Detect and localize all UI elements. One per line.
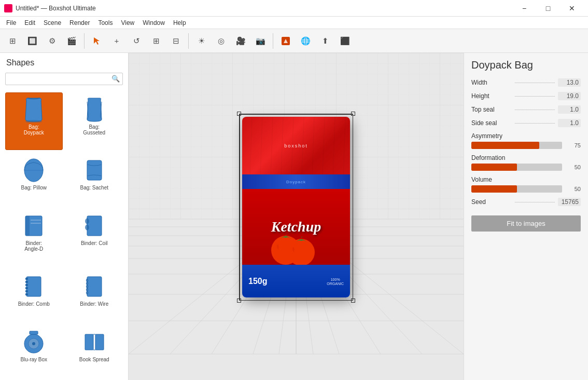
shape-icon-bag-gusseted: [81, 96, 108, 123]
shape-label-book-spread: Book Spread: [79, 357, 109, 362]
search-icon: 🔍: [111, 75, 120, 83]
toolbar: ⊞ 🔲 ⚙ 🎬 + ↺ ⊞ ⊟ ☀ ◎ 🎥 📷 🌐 ⬆ ⬛: [0, 29, 588, 53]
bag-product-name: Ketchup: [271, 219, 321, 235]
menu-window[interactable]: Window: [138, 18, 169, 28]
toolbar-shapes-btn[interactable]: ⊞: [3, 32, 22, 50]
toolbar-dark-btn[interactable]: ⬛: [335, 32, 354, 50]
bag-brand-text: boxshot: [284, 143, 308, 148]
shape-label-bluray-box: Blu-ray Box: [20, 357, 47, 362]
maximize-button[interactable]: □: [536, 0, 560, 17]
titlebar: Untitled* — Boxshot Ultimate − □ ✕: [0, 0, 588, 17]
prop-width-dots: [515, 83, 555, 83]
svg-rect-15: [25, 284, 28, 286]
shape-item-bag-doypack[interactable]: Bag:Doypack: [5, 92, 63, 150]
close-button[interactable]: ✕: [560, 0, 584, 17]
prop-height-value[interactable]: 19.0: [558, 92, 581, 100]
toolbar-arrow-btn[interactable]: [88, 32, 106, 50]
shape-label-bag-gusseted: Bag:Gusseted: [83, 124, 105, 135]
menu-tools[interactable]: Tools: [94, 18, 117, 28]
prop-seed-label: Seed: [471, 198, 512, 206]
menu-help[interactable]: Help: [169, 18, 190, 28]
svg-rect-19: [87, 277, 102, 296]
prop-top-seal-dots: [515, 110, 555, 110]
shape-item-bag-pillow[interactable]: Bag: Pillow: [5, 153, 63, 205]
shape-item-bag-gusseted[interactable]: Bag:Gusseted: [66, 92, 123, 150]
toolbar-render3d-btn[interactable]: [276, 32, 295, 50]
sidebar-search-container: 🔍: [0, 71, 128, 89]
toolbar-rotate-btn[interactable]: ↺: [127, 32, 146, 50]
search-input[interactable]: [5, 73, 123, 85]
svg-rect-11: [87, 216, 102, 236]
shape-item-binder-angled[interactable]: Binder:Angle-D: [5, 209, 63, 266]
shape-item-book-spread[interactable]: Book Spread: [66, 325, 123, 377]
prop-seed-dots: [515, 202, 555, 202]
shape-label-binder-wire: Binder: Wire: [80, 301, 108, 307]
toolbar-separator-2: [188, 33, 189, 49]
menu-view[interactable]: View: [117, 18, 138, 28]
svg-rect-23: [30, 331, 38, 334]
shape-item-bag-sachet[interactable]: Bag: Sachet: [66, 153, 123, 205]
shape-label-binder-comb: Binder: Comb: [18, 301, 50, 307]
viewport[interactable]: boxshot Doypack: [129, 53, 464, 380]
shape-label-bag-pillow: Bag: Pillow: [21, 185, 47, 191]
volume-bar[interactable]: [471, 185, 562, 193]
asymmetry-track[interactable]: 75: [471, 142, 581, 149]
minimize-button[interactable]: −: [512, 0, 536, 17]
svg-rect-18: [25, 293, 28, 295]
bag-scene: boxshot Doypack: [239, 114, 353, 301]
toolbar-camera2-btn[interactable]: ◎: [212, 32, 230, 50]
prop-top-seal-value[interactable]: 1.0: [558, 105, 581, 114]
shape-icon-binder-angled: [20, 212, 47, 239]
deformation-track[interactable]: 50: [471, 164, 581, 171]
toolbar-select-btn[interactable]: 🔲: [23, 32, 41, 50]
toolbar-snapshot-btn[interactable]: 📷: [251, 32, 270, 50]
sidebar-title: Shapes: [0, 53, 128, 71]
volume-label: Volume: [471, 176, 581, 183]
toolbar-export-btn[interactable]: ⬆: [316, 32, 334, 50]
svg-point-22: [32, 342, 35, 345]
toolbar-separator-3: [273, 33, 273, 49]
svg-rect-24: [85, 334, 93, 350]
shape-item-binder-comb[interactable]: Binder: Comb: [5, 269, 63, 321]
menu-edit[interactable]: Edit: [20, 18, 39, 28]
volume-track[interactable]: 50: [471, 185, 581, 193]
toolbar-anim2-btn[interactable]: 🎥: [231, 32, 250, 50]
titlebar-controls: − □ ✕: [512, 0, 584, 17]
prop-side-seal-value[interactable]: 1.0: [558, 119, 581, 127]
panel-title: Doypack Bag: [471, 59, 581, 71]
shape-icon-bag-pillow: [20, 157, 47, 184]
shape-icon-bluray-box: [20, 329, 47, 356]
shape-label-binder-coil: Binder: Coil: [81, 240, 108, 246]
shape-item-bluray-box[interactable]: Blu-ray Box: [5, 325, 63, 377]
svg-rect-17: [25, 290, 28, 292]
toolbar-globe-btn[interactable]: 🌐: [296, 32, 315, 50]
toolbar-fit-btn[interactable]: ⊞: [147, 32, 165, 50]
deformation-bar[interactable]: [471, 164, 562, 171]
right-panel: Doypack Bag Width 13.0 Height 19.0 Top s…: [464, 53, 588, 380]
bag-visual: boxshot Doypack: [242, 117, 350, 297]
menubar: File Edit Scene Render Tools View Window…: [0, 17, 588, 29]
sidebar: Shapes 🔍 Bag:Doypack: [0, 53, 129, 380]
titlebar-left: Untitled* — Boxshot Ultimate: [4, 4, 96, 12]
prop-width-value[interactable]: 13.0: [558, 78, 581, 87]
toolbar-scene-btn[interactable]: ⚙: [43, 32, 61, 50]
prop-width: Width 13.0: [471, 78, 581, 87]
prop-seed-value[interactable]: 15765: [558, 198, 581, 206]
asymmetry-row: Asymmetry 75: [471, 132, 581, 149]
menu-file[interactable]: File: [2, 18, 20, 28]
asymmetry-bar[interactable]: [471, 142, 562, 149]
toolbar-add-btn[interactable]: +: [107, 32, 126, 50]
toolbar-frame-btn[interactable]: ⊟: [166, 32, 185, 50]
deformation-fill: [471, 164, 517, 171]
menu-scene[interactable]: Scene: [39, 18, 65, 28]
asymmetry-label: Asymmetry: [471, 132, 581, 140]
svg-rect-14: [25, 281, 28, 283]
shape-item-binder-wire[interactable]: Binder: Wire: [66, 269, 123, 321]
toolbar-animation-btn[interactable]: 🎬: [62, 32, 81, 50]
toolbar-light-btn[interactable]: ☀: [192, 32, 211, 50]
volume-value: 50: [565, 186, 581, 192]
shape-item-binder-coil[interactable]: Binder: Coil: [66, 209, 123, 266]
prop-height-label: Height: [471, 92, 512, 100]
fit-to-images-button[interactable]: Fit to images: [471, 215, 581, 232]
menu-render[interactable]: Render: [65, 18, 94, 28]
